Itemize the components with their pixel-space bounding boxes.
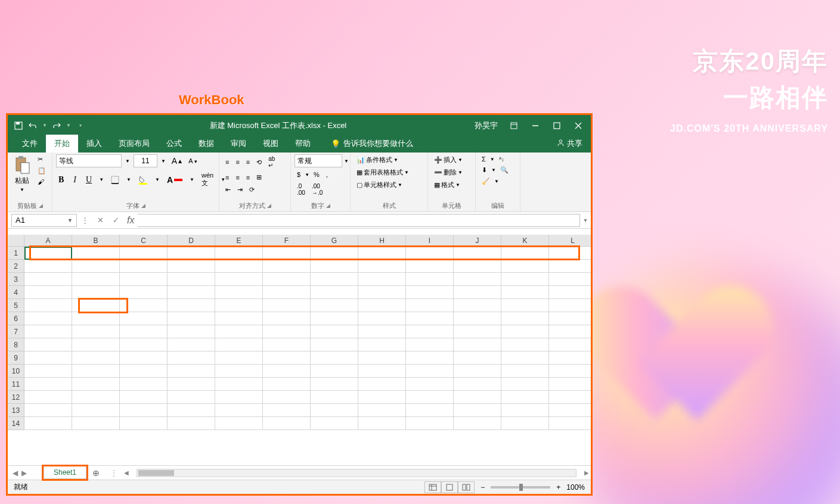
cell[interactable] (311, 338, 358, 351)
view-page-layout-button[interactable] (441, 481, 458, 493)
fill-color-button[interactable] (136, 174, 150, 186)
expand-formula-icon[interactable]: ▼ (580, 217, 591, 223)
cell[interactable] (72, 286, 120, 299)
decrease-indent-button[interactable]: ⇤ (223, 185, 233, 195)
cell[interactable] (501, 338, 549, 351)
cell[interactable] (311, 365, 358, 378)
cell[interactable] (168, 365, 215, 378)
format-cells-button[interactable]: ▦格式▼ (432, 179, 463, 191)
dropdown-icon[interactable]: ▼ (490, 157, 495, 162)
cell[interactable] (24, 391, 72, 404)
cell[interactable] (215, 273, 263, 286)
cell[interactable] (406, 273, 454, 286)
align-center-button[interactable]: ≡ (233, 173, 241, 182)
paste-button[interactable]: 粘贴 ▼ (11, 154, 33, 194)
currency-button[interactable]: $ (295, 170, 303, 179)
cell[interactable] (454, 260, 501, 273)
sheet-tab[interactable]: Sheet1 (44, 466, 86, 479)
cell[interactable] (120, 378, 168, 391)
dropdown-icon[interactable]: ▼ (494, 179, 499, 184)
cell[interactable] (311, 247, 358, 260)
cell[interactable] (72, 247, 120, 260)
redo-icon[interactable] (52, 121, 61, 130)
cell[interactable] (549, 260, 591, 273)
increase-font-button[interactable]: A▴ (169, 155, 184, 167)
cell[interactable] (168, 417, 215, 430)
row-header[interactable]: 1 (8, 247, 24, 260)
cell[interactable] (215, 286, 263, 299)
cell[interactable] (120, 325, 168, 338)
cell[interactable] (406, 286, 454, 299)
cell[interactable] (501, 247, 549, 260)
cell[interactable] (501, 391, 549, 404)
dialog-launcher-icon[interactable]: ◢ (267, 203, 271, 209)
tab-help[interactable]: 帮助 (287, 135, 319, 153)
row-header[interactable]: 12 (8, 391, 24, 404)
increase-decimal-button[interactable]: .0.00 (295, 182, 308, 197)
row-header[interactable]: 6 (8, 312, 24, 325)
font-name-select[interactable] (56, 154, 122, 167)
cell[interactable] (263, 260, 311, 273)
cell[interactable] (263, 404, 311, 417)
cell[interactable] (454, 338, 501, 351)
cell[interactable] (168, 404, 215, 417)
autosum-button[interactable]: Σ (479, 154, 488, 164)
cell[interactable] (358, 338, 406, 351)
cell[interactable] (501, 299, 549, 312)
cell[interactable] (454, 378, 501, 391)
copy-button[interactable]: 📋 (35, 166, 48, 176)
cell[interactable] (549, 351, 591, 365)
cell[interactable] (72, 312, 120, 325)
cell[interactable] (24, 299, 72, 312)
row-header[interactable]: 9 (8, 351, 24, 365)
fx-icon[interactable]: fx (123, 215, 138, 226)
sheet-next-icon[interactable]: ▶ (21, 469, 27, 477)
dialog-launcher-icon[interactable]: ◢ (326, 203, 330, 209)
cell[interactable] (120, 299, 168, 312)
cell[interactable] (549, 299, 591, 312)
name-box[interactable]: A1 ▼ (11, 214, 77, 227)
clear-button[interactable]: 🧹 (479, 176, 492, 186)
cell[interactable] (120, 312, 168, 325)
cell[interactable] (215, 247, 263, 260)
col-header[interactable]: E (215, 235, 263, 247)
tab-home[interactable]: 开始 (46, 135, 78, 153)
redo-dropdown-icon[interactable]: ▼ (66, 123, 71, 128)
cell[interactable] (549, 325, 591, 338)
decrease-font-button[interactable]: A▾ (186, 156, 199, 166)
row-header[interactable]: 13 (8, 404, 24, 417)
cell[interactable] (72, 338, 120, 351)
fill-button[interactable]: ⬇ (479, 165, 489, 175)
cell[interactable] (263, 417, 311, 430)
cell[interactable] (358, 299, 406, 312)
tab-formulas[interactable]: 公式 (158, 135, 190, 153)
cell[interactable] (406, 365, 454, 378)
cell[interactable] (358, 273, 406, 286)
row-header[interactable]: 5 (8, 299, 24, 312)
cell[interactable] (215, 417, 263, 430)
cell[interactable] (168, 391, 215, 404)
cell[interactable] (406, 247, 454, 260)
insert-cells-button[interactable]: ➕插入▼ (432, 154, 465, 166)
select-all-button[interactable] (8, 235, 24, 247)
row-header[interactable]: 14 (8, 417, 24, 430)
cell[interactable] (263, 338, 311, 351)
sheet-prev-icon[interactable]: ◀ (13, 469, 18, 477)
border-button[interactable] (109, 175, 122, 185)
cell[interactable] (501, 260, 549, 273)
cell[interactable] (454, 247, 501, 260)
cell[interactable] (358, 378, 406, 391)
merge-button[interactable]: ⊞ (254, 172, 264, 182)
cell[interactable] (501, 273, 549, 286)
cell[interactable] (454, 325, 501, 338)
hscroll-left-icon[interactable]: ◀ (122, 469, 131, 476)
col-header[interactable]: L (549, 235, 591, 247)
row-header[interactable]: 3 (8, 273, 24, 286)
cell[interactable] (168, 247, 215, 260)
align-middle-button[interactable]: ≡ (233, 157, 241, 167)
cell[interactable] (120, 260, 168, 273)
cell[interactable] (263, 325, 311, 338)
cell[interactable] (72, 325, 120, 338)
underline-button[interactable]: U (83, 174, 94, 186)
cell[interactable] (311, 286, 358, 299)
